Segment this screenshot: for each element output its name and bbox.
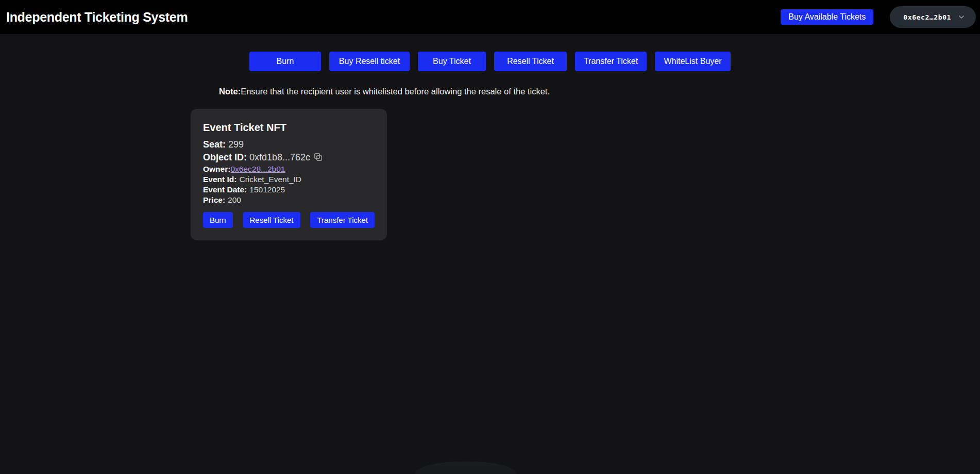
price-value: 200	[228, 195, 241, 204]
nav-buy-ticket-button[interactable]: Buy Ticket	[418, 52, 486, 71]
object-id-value: 0xfd1b8...762c	[249, 152, 310, 162]
wallet-address: 0x6ec2…2b01	[903, 13, 951, 21]
object-id-label: Object ID:	[203, 152, 247, 162]
event-date-row: Event Date:15012025	[203, 185, 375, 195]
card-resell-ticket-button[interactable]: Resell Ticket	[243, 212, 300, 228]
ticket-card-title: Event Ticket NFT	[203, 121, 375, 134]
header-actions: Buy Available Tickets 0x6ec2…2b01	[781, 6, 976, 28]
copy-icon[interactable]	[313, 152, 323, 162]
wallet-address-dropdown[interactable]: 0x6ec2…2b01	[890, 6, 976, 28]
note-text: Note:Ensure that the recipient user is w…	[219, 87, 980, 96]
owner-row: Owner:0x6ec28...2b01	[203, 164, 375, 174]
event-date-value: 15012025	[249, 185, 285, 194]
seat-row: Seat:299	[203, 138, 375, 151]
owner-label: Owner:	[203, 165, 230, 173]
main-content: Burn Buy Resell ticket Buy Ticket Resell…	[0, 52, 980, 240]
card-transfer-ticket-button[interactable]: Transfer Ticket	[310, 212, 375, 228]
event-id-value: Cricket_Event_ID	[239, 175, 301, 184]
event-id-row: Event Id:Cricket_Event_ID	[203, 174, 375, 185]
note-body: Ensure that the recipient user is whitel…	[241, 87, 550, 96]
nav-transfer-ticket-button[interactable]: Transfer Ticket	[575, 52, 647, 71]
ticket-card: Event Ticket NFT Seat:299 Object ID:0xfd…	[191, 109, 387, 240]
owner-address-link[interactable]: 0x6ec28...2b01	[230, 165, 285, 173]
nav-buy-resell-ticket-button[interactable]: Buy Resell ticket	[329, 52, 410, 71]
event-date-label: Event Date:	[203, 185, 247, 194]
buy-available-tickets-button[interactable]: Buy Available Tickets	[781, 9, 873, 25]
app-title: Independent Ticketing System	[6, 10, 188, 25]
action-button-row: Burn Buy Resell ticket Buy Ticket Resell…	[0, 52, 980, 71]
nav-whitelist-buyer-button[interactable]: WhiteList Buyer	[655, 52, 731, 71]
seat-value: 299	[228, 139, 244, 150]
app-header: Independent Ticketing System Buy Availab…	[0, 0, 980, 34]
nav-burn-button[interactable]: Burn	[249, 52, 321, 71]
ticket-card-actions: Burn Resell Ticket Transfer Ticket	[203, 212, 375, 228]
chevron-down-icon	[957, 13, 966, 21]
object-id-row: Object ID:0xfd1b8...762c	[203, 151, 375, 164]
card-burn-button[interactable]: Burn	[203, 212, 233, 228]
nav-resell-ticket-button[interactable]: Resell Ticket	[494, 52, 567, 71]
note-label: Note:	[219, 87, 241, 96]
price-row: Price:200	[203, 195, 375, 205]
bottom-toast-edge	[415, 462, 516, 474]
price-label: Price:	[203, 195, 225, 204]
seat-label: Seat:	[203, 139, 226, 150]
event-id-label: Event Id:	[203, 175, 236, 184]
